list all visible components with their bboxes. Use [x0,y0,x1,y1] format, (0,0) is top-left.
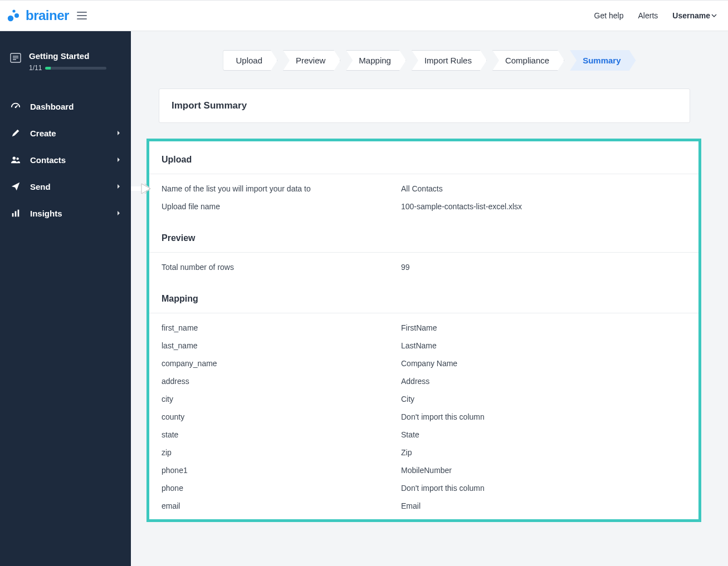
paper-plane-icon [10,181,21,192]
page-header-card: Import Summary [159,88,690,123]
sidebar-item-insights[interactable]: Insights [0,200,131,227]
summary-row-value: City [401,395,414,403]
summary-row-key: company_name [162,359,401,368]
sidebar-item-label: Send [30,182,51,191]
getting-started-block[interactable]: Getting Started 1/11 [0,51,131,87]
summary-row: Name of the list you will import your da… [162,180,686,198]
wizard-step-compliance[interactable]: Compliance [492,50,564,71]
sidebar-nav: Dashboard Create Contacts Send [0,93,131,227]
summary-row-key: first_name [162,323,401,332]
svg-point-10 [16,158,18,160]
people-icon [10,154,21,165]
summary-row-value: 100-sample-contacts-list-excel.xlsx [401,202,522,211]
summary-row-key: Upload file name [162,202,401,211]
wizard-step-upload[interactable]: Upload [223,50,277,71]
summary-row-key: zip [162,448,401,457]
svg-point-0 [8,16,13,21]
summary-section-mapping-body: first_nameFirstNamelast_nameLastNamecomp… [149,313,698,519]
sidebar-item-send[interactable]: Send [0,173,131,200]
checklist-icon [10,52,21,63]
summary-row: phone1MobileNumber [162,461,686,479]
summary-row-value: Don't import this column [401,412,485,421]
summary-row-key: phone [162,484,401,493]
summary-highlight-panel: Upload Name of the list you will import … [146,139,701,522]
wizard-step-summary[interactable]: Summary [570,50,636,71]
logo-mark-icon [7,8,21,23]
summary-row-key: address [162,377,401,386]
summary-row-key: city [162,395,401,403]
sidebar-item-label: Contacts [30,155,66,165]
sidebar-item-label: Create [30,129,56,138]
chevron-right-icon [116,184,121,189]
sidebar-item-dashboard[interactable]: Dashboard [0,93,131,120]
chevron-right-icon [116,130,121,136]
pencil-icon [10,127,21,139]
logo[interactable]: mainbrainer [7,8,69,23]
summary-row-value: All Contacts [401,184,443,193]
sidebar: Getting Started 1/11 Dashboard Create [0,31,131,566]
summary-row-value: Email [401,501,421,510]
summary-row: first_nameFirstName [162,319,686,337]
sidebar-item-label: Insights [30,209,62,218]
svg-line-8 [16,105,18,107]
user-menu-label: Username [672,11,710,20]
summary-row-key: Name of the list you will import your da… [162,184,401,193]
summary-row-value: Address [401,377,429,386]
summary-section-upload-body: Name of the list you will import your da… [149,174,698,220]
summary-row: company_nameCompany Name [162,355,686,372]
summary-section-preview-body: Total number of rows99 [149,253,698,280]
menu-toggle-icon[interactable] [77,12,87,19]
summary-section-heading: Preview [162,233,686,243]
summary-row: cityCity [162,390,686,408]
summary-section-mapping-header: Mapping [149,284,698,313]
wizard-step-import-rules[interactable]: Import Rules [412,50,487,71]
topbar: mainbrainer Get help Alerts Username [0,0,728,31]
summary-section-upload-header: Upload [149,145,698,174]
callout-arrow-icon [131,181,152,196]
summary-row: stateState [162,426,686,444]
summary-row-value: LastName [401,341,437,350]
gauge-icon [10,101,21,112]
svg-rect-11 [12,213,14,216]
summary-row: Upload file name100-sample-contacts-list… [162,198,686,215]
svg-rect-12 [15,211,17,216]
sidebar-item-label: Dashboard [30,102,74,111]
sidebar-item-contacts[interactable]: Contacts [0,146,131,173]
summary-row: Total number of rows99 [162,258,686,276]
getting-started-title: Getting Started [29,51,106,61]
summary-row-key: last_name [162,341,401,350]
summary-row: phoneDon't import this column [162,479,686,497]
svg-point-9 [13,157,16,160]
summary-row-key: county [162,412,401,421]
summary-row-key: Total number of rows [162,263,401,272]
summary-row-value: MobileNumber [401,466,452,475]
wizard-steps: UploadPreviewMappingImport RulesComplian… [131,31,728,82]
summary-row: countyDon't import this column [162,408,686,426]
wizard-step-mapping[interactable]: Mapping [346,50,406,71]
chevron-right-icon [116,157,121,163]
summary-row: emailEmail [162,497,686,515]
main-content: UploadPreviewMappingImport RulesComplian… [131,31,728,566]
wizard-step-preview[interactable]: Preview [283,50,340,71]
summary-row-value: Don't import this column [401,484,485,493]
summary-row-key: email [162,501,401,510]
getting-started-progress-bar [45,67,106,70]
get-help-link[interactable]: Get help [594,11,624,20]
bar-chart-icon [10,208,21,219]
summary-row-value: FirstName [401,323,437,332]
user-menu[interactable]: Username [672,11,717,20]
svg-point-1 [14,13,19,18]
summary-section-preview-header: Preview [149,223,698,253]
summary-row-value: 99 [401,263,410,272]
logo-text: mainbrainer [26,8,69,23]
summary-row-key: state [162,430,401,439]
summary-section-heading: Mapping [162,294,686,304]
summary-row-value: State [401,430,419,439]
summary-section-heading: Upload [162,155,686,165]
chevron-down-icon [711,13,717,18]
summary-row-value: Company Name [401,359,457,368]
alerts-link[interactable]: Alerts [638,11,658,20]
summary-row-value: Zip [401,448,412,457]
chevron-right-icon [116,210,121,216]
sidebar-item-create[interactable]: Create [0,120,131,146]
